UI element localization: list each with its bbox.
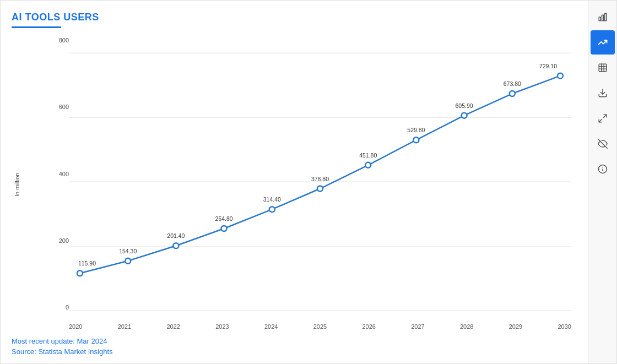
svg-text:314.40: 314.40 (263, 196, 281, 203)
chart-area: In million 800 600 400 200 0 115.90154.3… (12, 37, 577, 333)
svg-text:154.30: 154.30 (119, 248, 137, 254)
svg-text:254.80: 254.80 (215, 215, 233, 222)
info-button[interactable] (591, 157, 615, 181)
x-tick-2025: 2025 (313, 323, 327, 330)
info-icon (598, 164, 608, 174)
svg-point-9 (173, 243, 178, 248)
y-tick-400: 400 (59, 171, 69, 177)
line-chart-button[interactable] (591, 30, 615, 55)
x-tick-2021: 2021 (118, 323, 131, 330)
svg-line-37 (599, 119, 602, 122)
chart-panel: AI TOOLS USERS In million 800 600 400 20… (1, 1, 588, 363)
download-button[interactable] (591, 81, 615, 105)
svg-point-11 (221, 226, 227, 231)
svg-rect-30 (599, 64, 607, 72)
svg-rect-29 (604, 13, 606, 21)
svg-text:451.80: 451.80 (359, 152, 377, 159)
x-tick-2030: 2030 (558, 323, 571, 330)
eye-off-icon (598, 139, 608, 149)
y-axis: 800 600 400 200 0 (52, 37, 69, 311)
svg-text:673.80: 673.80 (504, 80, 521, 87)
svg-point-13 (269, 207, 275, 212)
line-chart-icon (598, 37, 608, 47)
x-tick-2024: 2024 (264, 323, 278, 330)
title-underline (12, 26, 61, 28)
eye-off-button[interactable] (591, 132, 615, 156)
svg-point-7 (125, 258, 131, 264)
svg-text:529.80: 529.80 (407, 127, 425, 133)
svg-text:115.90: 115.90 (78, 260, 96, 267)
svg-text:605.90: 605.90 (456, 102, 473, 109)
svg-point-15 (317, 186, 323, 192)
y-axis-label: In million (12, 37, 23, 333)
x-axis: 2020 2021 2022 2023 2024 2025 2026 2027 … (69, 323, 571, 330)
svg-point-23 (510, 91, 515, 96)
svg-rect-27 (599, 17, 600, 21)
y-tick-600: 600 (59, 104, 69, 110)
svg-point-17 (365, 162, 371, 168)
x-tick-2028: 2028 (460, 323, 473, 330)
bar-chart-icon (598, 12, 608, 22)
download-icon (598, 88, 608, 98)
expand-button[interactable] (591, 106, 615, 131)
x-tick-2020: 2020 (69, 323, 82, 330)
x-tick-2029: 2029 (509, 323, 522, 330)
svg-text:378.80: 378.80 (311, 176, 329, 182)
svg-rect-28 (602, 15, 603, 21)
table-icon (598, 63, 608, 73)
main-container: AI TOOLS USERS In million 800 600 400 20… (0, 0, 617, 364)
y-tick-800: 800 (59, 37, 69, 44)
svg-point-25 (558, 73, 563, 79)
expand-icon (598, 113, 608, 123)
svg-point-5 (77, 270, 83, 276)
x-tick-2026: 2026 (362, 323, 376, 330)
table-button[interactable] (591, 56, 615, 80)
svg-point-19 (413, 137, 419, 143)
update-text: Most recent update: Mar 2024 (12, 337, 577, 345)
source-text: Source: Statista Market Insights (12, 347, 577, 356)
svg-text:201.40: 201.40 (167, 232, 185, 239)
bar-chart-button[interactable] (591, 5, 615, 29)
chart-inner: 800 600 400 200 0 115.90154.30201.40254.… (25, 37, 577, 333)
plot-area: 115.90154.30201.40254.80314.40378.80451.… (69, 37, 571, 311)
svg-text:729.10: 729.10 (539, 63, 557, 69)
x-tick-2022: 2022 (167, 323, 180, 330)
sidebar (588, 1, 616, 363)
y-tick-200: 200 (59, 237, 69, 244)
svg-line-36 (603, 115, 606, 117)
page-title: AI TOOLS USERS (12, 12, 577, 23)
svg-point-21 (462, 113, 467, 118)
line-chart-svg: 115.90154.30201.40254.80314.40378.80451.… (69, 37, 571, 311)
footer: Most recent update: Mar 2024 Source: Sta… (12, 337, 577, 358)
x-tick-2023: 2023 (215, 323, 229, 330)
x-tick-2027: 2027 (411, 323, 424, 330)
